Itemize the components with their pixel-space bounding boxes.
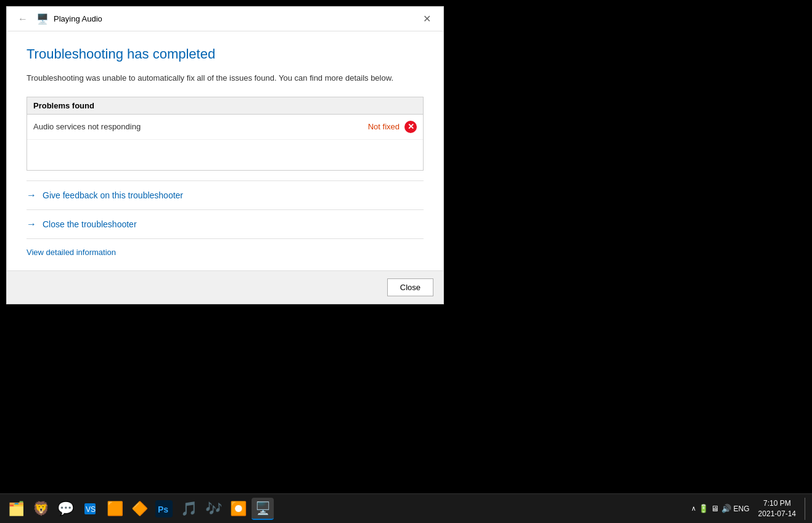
action-section: → Give feedback on this troubleshooter →…	[27, 180, 424, 266]
window-titlebar: ← 🖥️ Playing Audio ✕	[7, 7, 443, 31]
troubleshoot-desc: Troubleshooting was unable to automatica…	[27, 72, 424, 84]
clock-date: 2021-07-14	[758, 509, 796, 519]
taskbar-icon-jetbrains[interactable]: 🟧	[104, 498, 126, 520]
taskbar-right: ∧ 🔋 🖥 🔊 ENG 7:10 PM 2021-07-14	[691, 497, 807, 521]
arrow-icon-feedback: →	[27, 190, 36, 201]
taskbar-show-desktop[interactable]	[805, 498, 807, 520]
troubleshooter-window: ← 🖥️ Playing Audio ✕ Troubleshooting has…	[6, 6, 444, 304]
taskbar-icon-brave[interactable]: 🦁	[30, 498, 52, 520]
problem-name: Audio services not responding	[33, 122, 141, 131]
taskbar-left: 🗂️ 🦁 💬 VS 🟧 🔶 Ps 🎵 🎶 ⏺️ 🖥️	[5, 498, 274, 520]
close-button[interactable]: Close	[387, 278, 433, 296]
systray-battery: 🔋	[699, 504, 708, 513]
taskbar-icon-itunes[interactable]: 🎵	[178, 498, 200, 520]
problem-status-area: Not fixed ✕	[368, 121, 417, 133]
feedback-label: Give feedback on this troubleshooter	[43, 190, 183, 200]
window-icon: 🖥️	[36, 13, 49, 25]
taskbar-icon-musescore[interactable]: 🎶	[202, 498, 224, 520]
desktop: ← 🖥️ Playing Audio ✕ Troubleshooting has…	[0, 0, 812, 523]
window-close-button[interactable]: ✕	[418, 12, 436, 26]
taskbar-icon-blender[interactable]: 🔶	[128, 498, 150, 520]
arrow-icon-close: →	[27, 219, 36, 230]
taskbar-icon-discord[interactable]: 💬	[54, 498, 76, 520]
back-button[interactable]: ←	[14, 12, 31, 26]
problem-status: Not fixed	[368, 122, 400, 131]
taskbar-icon-vscode[interactable]: VS	[79, 498, 101, 520]
systray-language[interactable]: ENG	[734, 505, 750, 513]
titlebar-left: ← 🖥️ Playing Audio	[14, 12, 102, 26]
problems-header: Problems found	[27, 97, 423, 115]
systray-chevron[interactable]: ∧	[691, 505, 696, 513]
problems-body: Audio services not responding Not fixed …	[27, 115, 423, 170]
troubleshoot-title: Troubleshooting has completed	[27, 46, 424, 62]
taskbar-icon-file-explorer[interactable]: 🗂️	[5, 498, 27, 520]
close-troubleshooter-label: Close the troubleshooter	[43, 219, 137, 229]
taskbar-clock[interactable]: 7:10 PM 2021-07-14	[755, 497, 800, 521]
taskbar-icon-obs[interactable]: ⏺️	[227, 498, 249, 520]
window-content: Troubleshooting has completed Troublesho…	[7, 31, 443, 266]
window-title: Playing Audio	[54, 14, 102, 23]
systray-sound[interactable]: 🔊	[721, 504, 731, 513]
taskbar: 🗂️ 🦁 💬 VS 🟧 🔶 Ps 🎵 🎶 ⏺️ 🖥️ ∧ 🔋 🖥 🔊 ENG	[0, 493, 812, 523]
view-details-link[interactable]: View detailed information	[27, 239, 116, 266]
systray-icons: ∧ 🔋 🖥 🔊 ENG	[691, 504, 750, 513]
clock-time: 7:10 PM	[763, 498, 791, 509]
problems-table: Problems found Audio services not respon…	[27, 97, 424, 171]
taskbar-icon-troubleshoot[interactable]: 🖥️	[252, 498, 274, 520]
window-footer: Close	[7, 270, 443, 304]
taskbar-icon-photoshop[interactable]: Ps	[153, 498, 175, 520]
systray-monitor: 🖥	[711, 504, 719, 513]
close-troubleshooter-link[interactable]: → Close the troubleshooter	[27, 210, 424, 239]
table-row: Audio services not responding Not fixed …	[27, 115, 423, 140]
feedback-link[interactable]: → Give feedback on this troubleshooter	[27, 181, 424, 210]
svg-text:VS: VS	[86, 505, 96, 514]
svg-text:Ps: Ps	[158, 505, 168, 514]
error-icon: ✕	[404, 121, 417, 133]
